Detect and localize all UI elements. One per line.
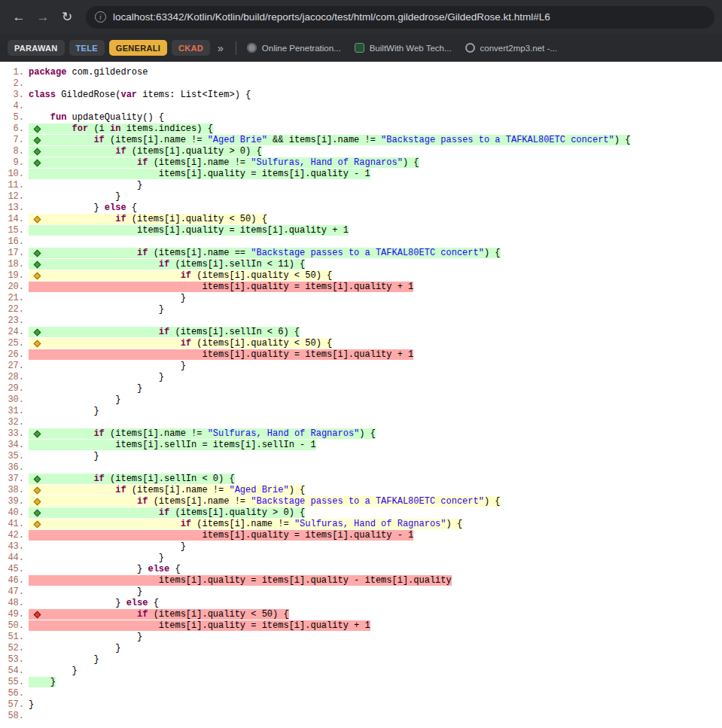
line-number: 2.	[0, 78, 29, 90]
code-text: }	[29, 677, 56, 687]
bookmarks-bar: PARAWANTELEGENERALICKAD » Online Penetra…	[0, 34, 722, 62]
line-number: 52.	[0, 643, 29, 654]
code-line-39: 39. if (items[i].name != "Backstage pass…	[0, 496, 722, 507]
line-number: 14.	[0, 214, 29, 225]
code-text: } else {	[29, 564, 181, 574]
line-number: 28.	[0, 372, 29, 383]
code-line-46: 46. items[i].quality = items[i].quality …	[0, 575, 722, 586]
bookmark-item[interactable]: BuiltWith Web Tech...	[355, 43, 452, 53]
convert-icon	[465, 43, 475, 53]
code-text: } else {	[29, 598, 159, 608]
code-text: if (items[i].name != "Sulfuras, Hand of …	[29, 519, 462, 529]
code-text: items[i].quality = items[i].quality - 1	[29, 530, 413, 541]
line-number: 9.	[0, 157, 29, 169]
line-number: 12.	[0, 191, 29, 203]
forward-button[interactable]: →	[32, 6, 54, 29]
bookmark-item[interactable]: convert2mp3.net -...	[465, 43, 557, 53]
code-line-58: 58.	[0, 711, 722, 722]
line-number: 23.	[0, 315, 29, 327]
line-number: 41.	[0, 519, 29, 530]
code-line-41: 41. if (items[i].name != "Sulfuras, Hand…	[0, 519, 722, 530]
code-text: if (items[i].quality < 50) {	[29, 270, 332, 281]
line-number: 51.	[0, 632, 29, 643]
line-number: 36.	[0, 462, 29, 474]
bookmarks-separator	[236, 41, 236, 55]
bookmark-item[interactable]: Online Penetration...	[247, 43, 341, 53]
line-number: 16.	[0, 236, 29, 248]
code-line-10: 10. items[i].quality = items[i].quality …	[0, 169, 722, 180]
bookmark-chip[interactable]: GENERALI	[109, 40, 167, 56]
code-text: }	[29, 632, 142, 642]
builtwith-icon	[355, 43, 364, 53]
line-number: 56.	[0, 688, 29, 699]
code-line-32: 32.	[0, 417, 722, 428]
code-text: items[i].sellIn = items[i].sellIn - 1	[29, 440, 316, 450]
code-line-57: 57.}	[0, 699, 722, 711]
line-number: 34.	[0, 440, 29, 451]
code-line-18: 18. if (items[i].sellIn < 11) {	[0, 259, 722, 270]
code-line-15: 15. items[i].quality = items[i].quality …	[0, 225, 722, 236]
code-text: }	[29, 383, 142, 394]
code-line-27: 27. }	[0, 361, 722, 372]
line-number: 1.	[0, 67, 29, 78]
code-text: }	[29, 372, 164, 382]
bookmark-chip[interactable]: PARAWAN	[8, 40, 65, 56]
line-number: 15.	[0, 225, 29, 236]
line-number: 43.	[0, 541, 29, 553]
line-number: 32.	[0, 417, 29, 428]
line-number: 39.	[0, 496, 29, 507]
bookmarks-overflow-chevron-icon[interactable]: »	[210, 42, 231, 54]
code-line-12: 12. }	[0, 191, 722, 203]
code-line-20: 20. items[i].quality = items[i].quality …	[0, 282, 722, 293]
globe-icon	[247, 43, 257, 53]
address-bar[interactable]: i localhost:63342/Kotlin/Kotlin/build/re…	[86, 6, 714, 29]
back-button[interactable]: ←	[8, 6, 30, 29]
bookmark-chip[interactable]: CKAD	[172, 40, 210, 56]
line-number: 33.	[0, 428, 29, 440]
code-text: if (items[i].sellIn < 0) {	[29, 474, 235, 484]
code-line-21: 21. }	[0, 293, 722, 304]
line-number: 24.	[0, 327, 29, 338]
code-text: }	[29, 643, 120, 653]
line-number: 17.	[0, 248, 29, 259]
code-text: }	[29, 406, 99, 416]
line-number: 11.	[0, 180, 29, 191]
code-line-36: 36.	[0, 462, 722, 474]
line-number: 35.	[0, 451, 29, 462]
code-text: }	[29, 304, 164, 315]
line-number: 45.	[0, 564, 29, 575]
code-line-24: 24. if (items[i].sellIn < 6) {	[0, 327, 722, 338]
code-line-19: 19. if (items[i].quality < 50) {	[0, 270, 722, 282]
code-line-16: 16.	[0, 236, 722, 248]
code-line-9: 9. if (items[i].name != "Sulfuras, Hand …	[0, 157, 722, 169]
code-line-1: 1.package com.gildedrose	[0, 67, 722, 78]
browser-toolbar: ← → ↻ i localhost:63342/Kotlin/Kotlin/bu…	[0, 0, 722, 34]
code-text: }	[29, 586, 142, 597]
line-number: 44.	[0, 553, 29, 564]
bookmark-label: BuiltWith Web Tech...	[370, 44, 452, 53]
code-line-28: 28. }	[0, 372, 722, 383]
code-line-49: 49. if (items[i].quality < 50) {	[0, 609, 722, 620]
line-number: 3.	[0, 90, 29, 101]
line-number: 27.	[0, 361, 29, 372]
code-text: items[i].quality = items[i].quality - it…	[29, 575, 452, 586]
code-text: if (items[i].quality > 0) {	[29, 507, 305, 518]
code-text: }	[29, 293, 186, 303]
code-text: items[i].quality = items[i].quality + 1	[29, 620, 370, 631]
line-number: 42.	[0, 530, 29, 541]
line-number: 4.	[0, 101, 29, 112]
code-text: }	[29, 666, 78, 676]
bookmark-chip[interactable]: TELE	[69, 40, 105, 56]
code-line-17: 17. if (items[i].name == "Backstage pass…	[0, 248, 722, 259]
reload-button[interactable]: ↻	[56, 6, 78, 29]
code-line-54: 54. }	[0, 666, 722, 677]
line-number: 46.	[0, 575, 29, 586]
code-text: if (items[i].name != "Aged Brie" && item…	[29, 135, 630, 145]
page-info-icon[interactable]: i	[95, 11, 106, 23]
code-line-14: 14. if (items[i].quality < 50) {	[0, 214, 722, 225]
bookmark-items: Online Penetration...BuiltWith Web Tech.…	[247, 43, 557, 53]
code-text: }	[29, 553, 164, 563]
code-line-40: 40. if (items[i].quality > 0) {	[0, 507, 722, 519]
line-number: 58.	[0, 711, 29, 722]
line-number: 54.	[0, 666, 29, 677]
